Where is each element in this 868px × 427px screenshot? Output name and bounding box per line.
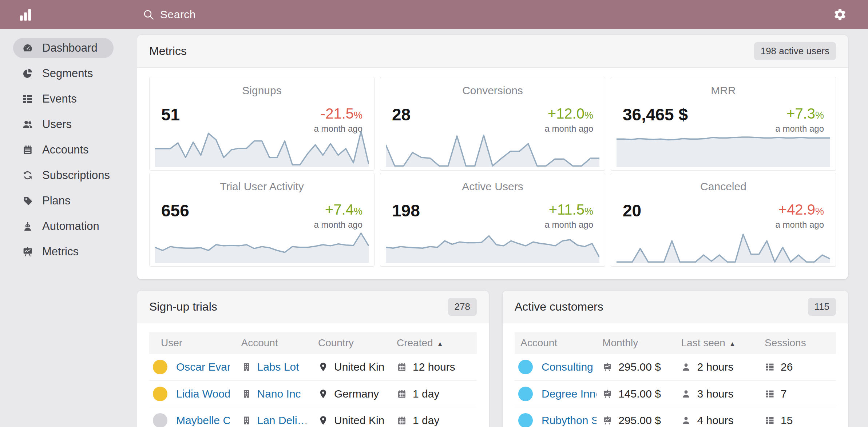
- active-customers-header: Active customers 115: [503, 291, 848, 323]
- metric-card-title: Signups: [150, 84, 374, 97]
- last-seen-value: 3 hours: [697, 388, 733, 400]
- metric-value: 51: [161, 106, 180, 123]
- percent-sign: %: [584, 110, 593, 121]
- sidebar-item-metrics[interactable]: Metrics: [13, 242, 95, 262]
- sidebar-item-label: Metrics: [42, 245, 79, 258]
- account-link[interactable]: Lan Deli…: [257, 414, 307, 427]
- calendar-icon: [397, 389, 407, 399]
- sidebar-item-label: Automation: [42, 220, 99, 233]
- location-pin-icon: [318, 415, 328, 426]
- avatar: [518, 413, 533, 427]
- avatar: [153, 413, 167, 427]
- topbar: Search: [0, 0, 868, 29]
- sidebar-item-label: Accounts: [42, 143, 89, 156]
- table-row: Oscar Evans Labs Lot United Kingd… 12 ho…: [149, 354, 477, 380]
- user-link[interactable]: Oscar Evans: [176, 361, 230, 373]
- metric-card-title: Conversions: [380, 84, 605, 97]
- app-logo-bar-chart-icon[interactable]: [18, 7, 33, 22]
- account-link[interactable]: Degree Inno: [542, 388, 596, 400]
- account-link[interactable]: Consulting Sc…: [542, 361, 596, 373]
- percent-sign: %: [815, 206, 824, 217]
- sessions-value: 7: [781, 388, 787, 400]
- table-row: Lidia Wood Nano Inc Germany 1 day: [149, 380, 477, 407]
- sidebar-item-dashboard[interactable]: Dashboard: [13, 38, 114, 58]
- user-link[interactable]: Lidia Wood: [176, 388, 230, 400]
- search-icon: [143, 9, 154, 20]
- sessions-list-icon: [765, 415, 775, 426]
- calendar-icon: [397, 362, 407, 372]
- user-link[interactable]: Maybelle C…: [176, 414, 230, 427]
- table-row: Rubython S… 295.00 $ 4 hours 15: [515, 407, 836, 427]
- sidebar-item-plans[interactable]: Plans: [13, 191, 87, 211]
- metric-card-title: Active Users: [380, 180, 605, 193]
- sidebar-item-events[interactable]: Events: [13, 89, 93, 109]
- signup-trials-table: User Account Country Created▲ Oscar Evan…: [149, 332, 477, 427]
- sort-ascending-icon: ▲: [437, 340, 444, 348]
- main-content: Metrics 198 active users Signups 51 -21.…: [137, 29, 868, 427]
- signup-trials-title: Sign-up trials: [149, 300, 217, 314]
- country-value: United Kingd…: [334, 361, 385, 373]
- column-header-sessions[interactable]: Sessions: [759, 332, 836, 354]
- sidebar-item-users[interactable]: Users: [13, 114, 88, 135]
- sidebar-item-accounts[interactable]: Accounts: [13, 140, 105, 160]
- metric-card-title: MRR: [611, 84, 836, 97]
- column-header-account[interactable]: Account: [515, 332, 596, 354]
- sidebar: Dashboard Segments Events Users: [0, 29, 137, 427]
- metric-change: +42.9%: [776, 202, 824, 217]
- created-value: 1 day: [413, 388, 439, 400]
- account-link[interactable]: Rubython S…: [542, 414, 596, 427]
- search-placeholder: Search: [160, 8, 196, 21]
- country-value: Germany: [334, 388, 379, 400]
- tag-icon: [22, 195, 33, 207]
- avatar: [153, 387, 167, 401]
- sparkline-chart: [617, 222, 830, 263]
- sync-icon: [22, 169, 33, 181]
- signup-trials-count-badge: 278: [448, 298, 477, 316]
- sparkline-chart: [155, 125, 369, 167]
- chart-board-icon: [22, 246, 33, 258]
- monthly-value: 295.00 $: [618, 361, 661, 373]
- building-icon: [241, 362, 251, 372]
- column-header-country[interactable]: Country: [306, 332, 385, 354]
- column-header-user[interactable]: User: [149, 332, 230, 354]
- active-customers-title: Active customers: [515, 300, 603, 314]
- column-header-account[interactable]: Account: [230, 332, 307, 354]
- metric-value: 656: [161, 202, 189, 219]
- sidebar-item-label: Subscriptions: [42, 169, 110, 182]
- sidebar-item-label: Plans: [42, 194, 71, 207]
- sparkline-chart: [617, 125, 830, 167]
- account-link[interactable]: Nano Inc: [257, 388, 301, 400]
- avatar: [518, 387, 533, 401]
- percent-sign: %: [815, 110, 824, 121]
- bottom-panels-row: Sign-up trials 278 User Account Country …: [137, 291, 848, 427]
- column-header-created[interactable]: Created▲: [385, 332, 477, 354]
- active-customers-count-badge: 115: [808, 298, 836, 316]
- chart-board-icon: [602, 362, 613, 372]
- metric-value: 28: [392, 106, 411, 123]
- person-icon: [681, 362, 691, 372]
- location-pin-icon: [318, 362, 328, 372]
- search-input[interactable]: Search: [143, 0, 196, 29]
- created-value: 1 day: [413, 414, 439, 427]
- active-customers-table: Account Monthly Last seen▲ Sessions Cons…: [515, 332, 836, 427]
- list-icon: [22, 93, 33, 105]
- building-icon: [241, 415, 251, 426]
- settings-button[interactable]: [833, 8, 847, 21]
- account-link[interactable]: Labs Lot: [257, 361, 299, 373]
- chart-board-icon: [602, 415, 613, 426]
- avatar: [518, 360, 533, 374]
- users-icon: [22, 119, 33, 130]
- sidebar-item-automation[interactable]: Automation: [13, 216, 115, 236]
- robot-icon: [22, 220, 33, 232]
- column-header-monthly[interactable]: Monthly: [596, 332, 675, 354]
- last-seen-value: 4 hours: [697, 414, 733, 427]
- sidebar-item-subscriptions[interactable]: Subscriptions: [13, 165, 126, 185]
- column-header-last-seen[interactable]: Last seen▲: [675, 332, 759, 354]
- metrics-panel: Metrics 198 active users Signups 51 -21.…: [137, 35, 848, 279]
- metrics-panel-header: Metrics 198 active users: [137, 35, 848, 68]
- notepad-icon: [22, 144, 33, 156]
- calendar-icon: [397, 415, 407, 426]
- sidebar-item-segments[interactable]: Segments: [13, 63, 109, 84]
- sessions-value: 26: [781, 361, 793, 373]
- metric-change: +7.4%: [314, 202, 362, 217]
